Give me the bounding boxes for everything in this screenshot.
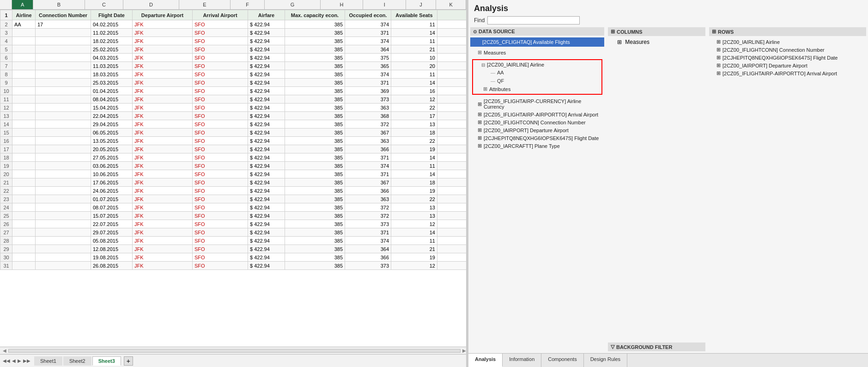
- cell-connection-number[interactable]: [36, 228, 91, 237]
- datasource-active-item[interactable]: [2CZ05_CFLIGHTAQ] Available Flights: [470, 37, 604, 47]
- cell-airline[interactable]: [12, 54, 36, 62]
- cell-departure-airport[interactable]: JFK: [133, 62, 193, 70]
- cell-max-capacity[interactable]: 385: [285, 70, 345, 79]
- airline-tree-item[interactable]: ⊟ [2CZ00_IAIRLINE] Airline: [474, 61, 601, 68]
- cell-available-seats[interactable]: 19: [391, 187, 437, 195]
- cell-occupied[interactable]: 372: [345, 212, 391, 220]
- cell-airline[interactable]: [12, 145, 36, 153]
- airline-child-aa[interactable]: AA: [474, 68, 601, 77]
- cell-departure-airport[interactable]: JFK: [133, 128, 193, 137]
- table-scroll-area[interactable]: 1 Airline Connection Number Flight Date …: [0, 10, 466, 347]
- cell-occupied[interactable]: 371: [345, 228, 391, 237]
- sheet-tab-sheet2[interactable]: Sheet2: [63, 356, 91, 366]
- datasource-other-item[interactable]: ⊞[2CZ00_IARCRAFTT] Plane Type: [470, 142, 604, 150]
- cell-max-capacity[interactable]: 385: [285, 104, 345, 112]
- cell-occupied[interactable]: 364: [345, 245, 391, 253]
- header-airline[interactable]: Airline: [12, 10, 36, 20]
- cell-connection-number[interactable]: [36, 62, 91, 70]
- cell-max-capacity[interactable]: 385: [285, 120, 345, 128]
- cell-connection-number[interactable]: [36, 37, 91, 45]
- cell-available-seats[interactable]: 10: [391, 54, 437, 62]
- cell-flight-date[interactable]: 17.06.2015: [91, 178, 133, 187]
- cell-flight-date[interactable]: 24.06.2015: [91, 187, 133, 195]
- cell-occupied[interactable]: 365: [345, 62, 391, 70]
- header-available-seats[interactable]: Available Seats: [391, 10, 437, 20]
- cell-connection-number[interactable]: [36, 128, 91, 137]
- cell-arrival-airport[interactable]: SFO: [193, 220, 248, 228]
- cell-connection-number[interactable]: [36, 203, 91, 212]
- cell-connection-number[interactable]: [36, 187, 91, 195]
- cell-connection-number[interactable]: [36, 70, 91, 79]
- cell-connection-number[interactable]: [36, 253, 91, 262]
- cell-arrival-airport[interactable]: SFO: [193, 253, 248, 262]
- measures-group-header[interactable]: ⊞ Measures: [470, 49, 604, 56]
- tab-scroll-right[interactable]: ▶▶: [22, 358, 31, 363]
- cell-max-capacity[interactable]: 385: [285, 128, 345, 137]
- cell-airline[interactable]: [12, 253, 36, 262]
- cell-max-capacity[interactable]: 385: [285, 262, 345, 270]
- cell-available-seats[interactable]: 11: [391, 37, 437, 45]
- cell-connection-number[interactable]: [36, 120, 91, 128]
- cell-occupied[interactable]: 366: [345, 253, 391, 262]
- cell-connection-number[interactable]: 17: [36, 20, 91, 29]
- cell-airline[interactable]: [12, 203, 36, 212]
- cell-max-capacity[interactable]: 385: [285, 162, 345, 170]
- rows-item[interactable]: ⊞[2CZ05_IFLIGHTAIRP-AIRPORTTO] Arrival A…: [709, 69, 866, 77]
- cell-departure-airport[interactable]: JFK: [133, 20, 193, 29]
- cell-flight-date[interactable]: 11.03.2015: [91, 62, 133, 70]
- cell-flight-date[interactable]: 08.07.2015: [91, 203, 133, 212]
- cell-airfare[interactable]: $ 422.94: [248, 262, 285, 270]
- cell-occupied[interactable]: 371: [345, 153, 391, 162]
- cell-available-seats[interactable]: 22: [391, 137, 437, 145]
- cell-flight-date[interactable]: 08.04.2015: [91, 95, 133, 104]
- cell-available-seats[interactable]: 21: [391, 45, 437, 54]
- cell-connection-number[interactable]: [36, 45, 91, 54]
- col-header-g[interactable]: G: [265, 0, 321, 9]
- cell-arrival-airport[interactable]: SFO: [193, 79, 248, 87]
- cell-airline[interactable]: [12, 128, 36, 137]
- cell-flight-date[interactable]: 04.03.2015: [91, 54, 133, 62]
- cell-arrival-airport[interactable]: SFO: [193, 212, 248, 220]
- cell-airline[interactable]: [12, 37, 36, 45]
- cell-available-seats[interactable]: 12: [391, 262, 437, 270]
- cell-max-capacity[interactable]: 385: [285, 79, 345, 87]
- cell-arrival-airport[interactable]: SFO: [193, 187, 248, 195]
- cell-flight-date[interactable]: 25.02.2015: [91, 45, 133, 54]
- cell-connection-number[interactable]: [36, 79, 91, 87]
- cell-connection-number[interactable]: [36, 104, 91, 112]
- header-j[interactable]: [437, 10, 467, 20]
- cell-airfare[interactable]: $ 422.94: [248, 237, 285, 245]
- cell-available-seats[interactable]: 13: [391, 212, 437, 220]
- cell-flight-date[interactable]: 20.05.2015: [91, 145, 133, 153]
- cell-occupied[interactable]: 373: [345, 95, 391, 104]
- cell-available-seats[interactable]: 13: [391, 120, 437, 128]
- cell-airline[interactable]: [12, 178, 36, 187]
- col-header-h[interactable]: H: [321, 0, 364, 9]
- cell-airfare[interactable]: $ 422.94: [248, 137, 285, 145]
- cell-departure-airport[interactable]: JFK: [133, 153, 193, 162]
- cell-available-seats[interactable]: 19: [391, 145, 437, 153]
- cell-available-seats[interactable]: 17: [391, 112, 437, 120]
- cell-max-capacity[interactable]: 385: [285, 29, 345, 37]
- attributes-group-header[interactable]: ⊞ Attributes: [474, 85, 601, 93]
- cell-flight-date[interactable]: 04.02.2015: [91, 20, 133, 29]
- cell-airfare[interactable]: $ 422.94: [248, 70, 285, 79]
- cell-available-seats[interactable]: 11: [391, 162, 437, 170]
- cell-occupied[interactable]: 374: [345, 37, 391, 45]
- cell-connection-number[interactable]: [36, 262, 91, 270]
- col-header-a[interactable]: A: [12, 0, 33, 9]
- cell-occupied[interactable]: 368: [345, 112, 391, 120]
- cell-max-capacity[interactable]: 385: [285, 87, 345, 95]
- cell-airfare[interactable]: $ 422.94: [248, 170, 285, 178]
- cell-departure-airport[interactable]: JFK: [133, 220, 193, 228]
- cell-available-seats[interactable]: 14: [391, 228, 437, 237]
- rows-item[interactable]: ⊞[2CZ00_IFLIGHTCONN] Connection Number: [709, 46, 866, 54]
- cell-available-seats[interactable]: 18: [391, 178, 437, 187]
- cell-available-seats[interactable]: 21: [391, 245, 437, 253]
- cell-airline[interactable]: [12, 29, 36, 37]
- cell-airfare[interactable]: $ 422.94: [248, 253, 285, 262]
- cell-airline[interactable]: [12, 245, 36, 253]
- cell-occupied[interactable]: 371: [345, 79, 391, 87]
- cell-flight-date[interactable]: 01.07.2015: [91, 195, 133, 203]
- cell-flight-date[interactable]: 27.05.2015: [91, 153, 133, 162]
